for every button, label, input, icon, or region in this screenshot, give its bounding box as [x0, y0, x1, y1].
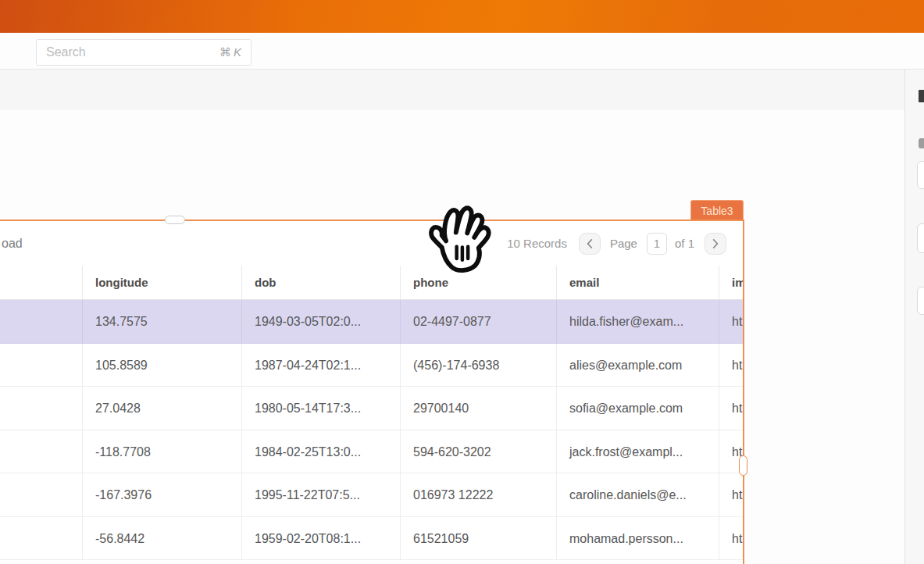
table-cell[interactable]: 134.7575: [83, 300, 242, 344]
table-title-truncated: oad: [2, 221, 23, 266]
next-page-button[interactable]: [705, 233, 726, 255]
table-cell[interactable]: mohamad.persson...: [557, 517, 719, 561]
column-header-longitude[interactable]: longitude: [83, 266, 242, 300]
table-cell[interactable]: alies@example.com: [557, 344, 719, 387]
table-body: 134.75751949-03-05T02:0...02-4497-0877hi…: [0, 300, 743, 560]
table-row[interactable]: 27.04281980-05-14T17:3...29700140sofia@e…: [0, 387, 743, 430]
table-cell[interactable]: 29700140: [401, 387, 557, 430]
table-widget[interactable]: oad 10 Records Page of 1 longitudedobpho…: [0, 221, 743, 564]
top-toolbar: ⌘K P: [0, 33, 924, 70]
table-cell[interactable]: ht: [719, 473, 743, 517]
chevron-right-icon: [712, 239, 719, 248]
widget-resize-handle-right[interactable]: [739, 455, 747, 476]
table-cell[interactable]: 1984-02-25T13:0...: [242, 430, 401, 474]
table-cell[interactable]: [0, 517, 83, 561]
table-cell[interactable]: ht: [719, 517, 743, 561]
prev-page-button[interactable]: [579, 233, 601, 255]
table-cell[interactable]: 016973 12222: [401, 473, 557, 517]
table-cell[interactable]: -118.7708: [83, 430, 242, 474]
table-cell[interactable]: -56.8442: [83, 517, 242, 561]
column-header-dob[interactable]: dob: [242, 266, 401, 300]
table-cell[interactable]: hilda.fisher@exam...: [557, 300, 719, 344]
property-pane-title-fragment: [919, 90, 924, 102]
table-cell[interactable]: -167.3976: [83, 473, 242, 517]
table-header-row: longitudedobphoneemailim: [0, 266, 743, 300]
column-header-im[interactable]: im: [719, 266, 743, 300]
column-header-phone[interactable]: phone: [401, 266, 557, 300]
column-header-blank[interactable]: [0, 266, 83, 300]
search-input[interactable]: [46, 45, 219, 59]
property-pane-icon-fragment: [919, 138, 924, 148]
search-box[interactable]: ⌘K: [36, 39, 252, 66]
table-cell[interactable]: [0, 387, 83, 430]
table-cell[interactable]: 1959-02-20T08:1...: [242, 517, 401, 561]
table-cell[interactable]: 1995-11-22T07:5...: [242, 473, 401, 517]
property-input-fragment[interactable]: [917, 223, 924, 253]
table-cell[interactable]: 61521059: [401, 517, 557, 561]
table-cell[interactable]: ht: [719, 387, 743, 430]
cmd-icon: ⌘: [219, 45, 231, 59]
table-row[interactable]: 134.75751949-03-05T02:0...02-4497-0877hi…: [0, 300, 743, 344]
column-header-email[interactable]: email: [557, 266, 719, 300]
property-input-fragment[interactable]: [917, 161, 924, 189]
table-cell[interactable]: jack.frost@exampl...: [557, 430, 719, 474]
widget-name-tag[interactable]: Table3: [690, 200, 744, 220]
table-row[interactable]: -118.77081984-02-25T13:0...594-620-3202j…: [0, 430, 743, 474]
table-cell[interactable]: [0, 473, 83, 517]
record-count: 10 Records: [507, 237, 567, 250]
table-cell[interactable]: (456)-174-6938: [401, 344, 557, 387]
page-number-input[interactable]: [647, 233, 667, 255]
table-cell[interactable]: 1980-05-14T17:3...: [242, 387, 401, 430]
page-total-label: of 1: [675, 237, 694, 250]
table-cell[interactable]: 1987-04-24T02:1...: [242, 344, 401, 387]
widget-border-right: [743, 220, 744, 564]
chevron-left-icon: [587, 239, 593, 248]
search-shortcut: ⌘K: [219, 45, 241, 59]
table-row[interactable]: -56.84421959-02-20T08:1...61521059mohama…: [0, 517, 743, 561]
table-row[interactable]: -167.39761995-11-22T07:5...016973 12222c…: [0, 473, 743, 517]
table-cell[interactable]: [0, 300, 83, 344]
page-label: Page: [610, 237, 637, 250]
table-cell[interactable]: 105.8589: [83, 344, 242, 387]
table-cell[interactable]: 02-4497-0877: [401, 300, 557, 344]
table-row[interactable]: 105.85891987-04-24T02:1...(456)-174-6938…: [0, 344, 743, 387]
canvas-gutter: [0, 70, 904, 110]
app-header-banner: [0, 0, 924, 33]
table-cell[interactable]: sofia@example.com: [557, 387, 719, 430]
property-input-fragment[interactable]: [917, 287, 924, 315]
table-cell[interactable]: caroline.daniels@e...: [557, 473, 719, 517]
widget-resize-handle-top[interactable]: [165, 216, 185, 224]
table-cell[interactable]: ht: [719, 344, 743, 387]
table-pagination: 10 Records Page of 1: [507, 221, 743, 266]
table-cell[interactable]: 594-620-3202: [401, 430, 557, 474]
table-cell[interactable]: 1949-03-05T02:0...: [242, 300, 401, 344]
table-cell[interactable]: [0, 344, 83, 387]
table-cell[interactable]: ht: [719, 300, 743, 344]
table-cell[interactable]: 27.0428: [83, 387, 242, 430]
property-pane: [904, 70, 924, 564]
table-cell[interactable]: [0, 430, 83, 474]
table-toolbar: oad 10 Records Page of 1: [0, 221, 743, 266]
shortcut-key: K: [234, 45, 241, 59]
